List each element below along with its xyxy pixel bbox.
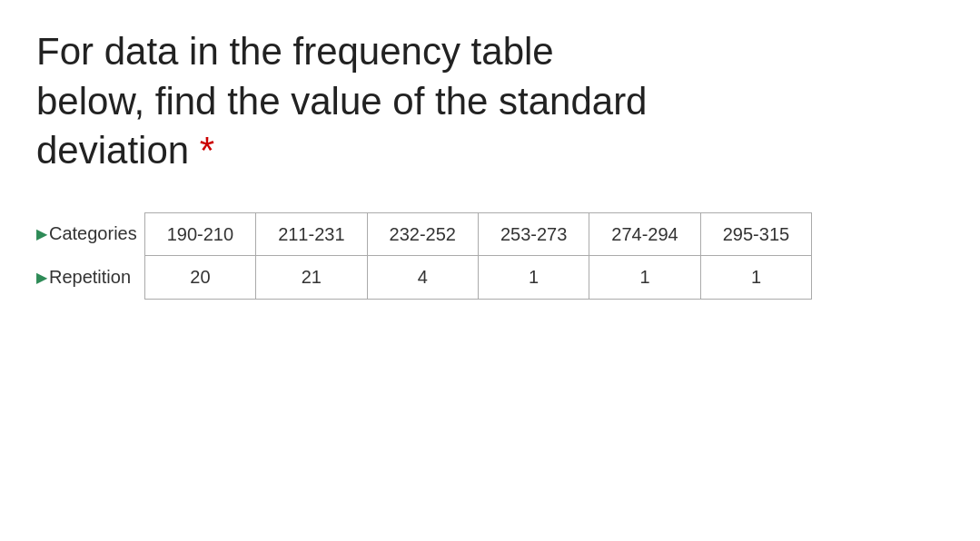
header-col-3: 232-252 [367,212,478,256]
repetition-label: Repetition [49,267,131,288]
frequency-table-wrapper: ▶ Categories ▶ Repetition 190-210 211-23… [36,212,944,300]
row-label-repetition: ▶ Repetition [36,256,144,300]
header-col-1: 190-210 [144,212,255,256]
data-cell-4: 1 [478,256,589,300]
row-labels: ▶ Categories ▶ Repetition [36,212,144,300]
question-container: For data in the frequency table below, f… [36,27,944,300]
question-line3: deviation [36,129,189,172]
categories-label: Categories [49,223,137,244]
required-asterisk: * [200,129,214,172]
data-cell-2: 21 [256,256,367,300]
frequency-table: 190-210 211-231 232-252 253-273 274-294 … [144,212,812,300]
data-cell-5: 1 [589,256,700,300]
question-line2: below, find the value of the standard [36,80,647,123]
header-col-5: 274-294 [589,212,700,256]
repetition-arrow-icon: ▶ [36,269,47,286]
table-header-row: 190-210 211-231 232-252 253-273 274-294 … [144,212,811,256]
categories-arrow-icon: ▶ [36,225,47,242]
row-label-categories: ▶ Categories [36,212,144,256]
data-cell-3: 4 [367,256,478,300]
table-data-row: 20 21 4 1 1 1 [144,256,811,300]
data-cell-6: 1 [700,256,811,300]
header-col-6: 295-315 [700,212,811,256]
question-text: For data in the frequency table below, f… [36,27,854,176]
data-cell-1: 20 [144,256,255,300]
header-col-2: 211-231 [256,212,367,256]
header-col-4: 253-273 [478,212,589,256]
question-line1: For data in the frequency table [36,30,554,73]
